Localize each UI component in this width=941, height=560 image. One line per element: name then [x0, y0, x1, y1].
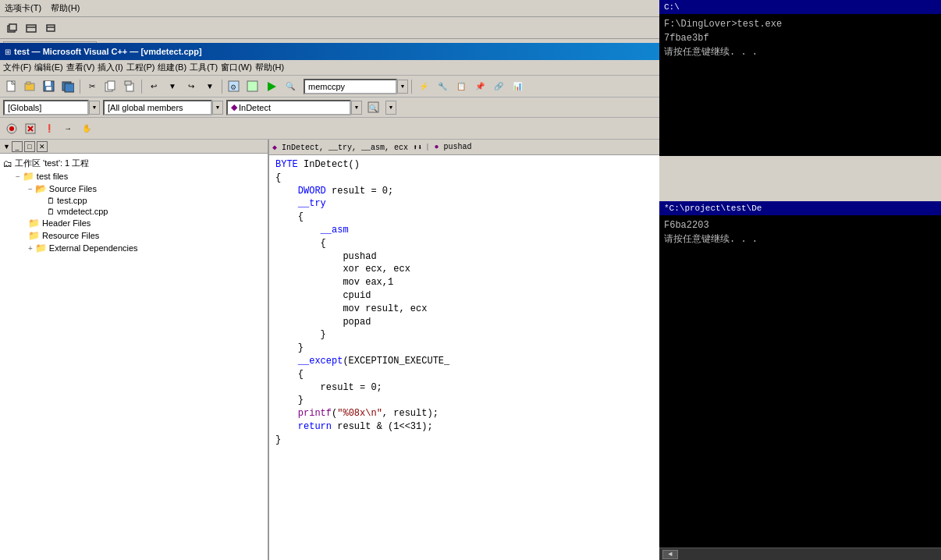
new-btn[interactable]: [3, 79, 20, 94]
vmdetect-icon: 🗒: [47, 207, 55, 216]
globals-combo[interactable]: [Globals]: [3, 100, 89, 115]
compile-btn[interactable]: ⚙: [225, 79, 243, 94]
menu-build[interactable]: 组建(B): [158, 62, 186, 73]
open-btn[interactable]: [22, 79, 39, 94]
code-line-21: return result & (1<<31);: [275, 420, 653, 434]
svg-marker-24: [268, 82, 276, 91]
build-btn[interactable]: [244, 79, 261, 94]
dbg-btn4[interactable]: →: [59, 121, 76, 136]
svg-rect-16: [65, 83, 74, 92]
members-combo[interactable]: [All global members: [103, 100, 212, 115]
function-combo-container: memccpy ▼: [304, 79, 408, 94]
dbg-btn5[interactable]: ✋: [78, 121, 95, 136]
minus-icon: −: [16, 172, 20, 181]
indetect-combo[interactable]: ◆ InDetect: [226, 100, 351, 115]
menu-tools[interactable]: 工具(T): [190, 62, 218, 73]
vmware-menu-tabs[interactable]: 选项卡(T): [5, 2, 41, 14]
cut-btn[interactable]: ✂: [83, 79, 101, 94]
editor-divider: |: [425, 144, 429, 151]
debug4-btn[interactable]: 📌: [471, 79, 488, 94]
separator-2: [141, 80, 142, 94]
toolbar-ico4[interactable]: 🔍: [282, 79, 299, 94]
cmd1-line-3: 请按任意键继续. . .: [664, 45, 936, 59]
editor-function-btn[interactable]: ● pushad: [435, 143, 472, 151]
cmd1-titlebar: C:\: [659, 0, 941, 14]
workspace-item[interactable]: 🗂 工作区 'test': 1 工程: [3, 157, 265, 170]
editor-split-btn[interactable]: ⬆⬇: [413, 143, 422, 152]
undo-arrow[interactable]: ▼: [164, 79, 181, 94]
dbg-btn2[interactable]: [22, 121, 39, 136]
project-item[interactable]: − 📁 test files: [3, 170, 265, 183]
panel-close-btn[interactable]: ✕: [37, 141, 48, 152]
menu-insert[interactable]: 插入(I): [98, 62, 123, 73]
globals-arrow[interactable]: ▼: [89, 101, 100, 115]
resource-files-item[interactable]: 📁 Resource Files: [3, 229, 265, 242]
vmware-toolbar: [0, 17, 659, 39]
svg-rect-18: [108, 81, 115, 90]
debug-btn[interactable]: ⚡: [415, 79, 432, 94]
debug5-btn[interactable]: 🔗: [490, 79, 507, 94]
indetect-value: InDetect: [239, 103, 271, 112]
header-files-item[interactable]: 📁 Header Files: [3, 217, 265, 229]
restore-btn-2[interactable]: [23, 20, 40, 36]
menu-window[interactable]: 窗口(W): [221, 62, 252, 73]
goto-arrow[interactable]: ▼: [385, 101, 396, 115]
cmd-window-2: *C:\project\test\De F6ba2203 请按任意键继续. . …: [659, 201, 941, 560]
copy-btn[interactable]: [102, 79, 119, 94]
editor-toolbar: ◆ InDetect, __try, __asm, ecx ⬆⬇ | ● pus…: [269, 140, 659, 155]
cmd-window-1: C:\ F:\DingLover>test.exe 7fbae3bf 请按任意键…: [659, 0, 941, 156]
file-tree-panel: ▼ _ □ ✕ 🗂 工作区 'test': 1 工程 − 📁 test: [0, 140, 269, 560]
undo-btn[interactable]: ↩: [145, 79, 162, 94]
indetect-arrow[interactable]: ▼: [351, 101, 362, 115]
svg-rect-11: [27, 82, 30, 84]
testcpp-item[interactable]: 🗒 test.cpp: [3, 195, 265, 206]
menu-edit[interactable]: 编辑(E): [34, 62, 63, 73]
menu-help[interactable]: 帮助(H): [255, 62, 284, 73]
source-minus-icon: −: [28, 185, 33, 193]
cmd2-line-1: F6ba2203: [664, 218, 936, 232]
svg-rect-14: [46, 87, 51, 90]
source-folder-icon: 📂: [35, 183, 47, 194]
svg-text:🔍: 🔍: [369, 104, 378, 113]
cmd2-title-label: *C:\project\test\De: [664, 204, 762, 213]
function-name: memccpy: [308, 82, 345, 91]
redo-arrow[interactable]: ▼: [201, 79, 218, 94]
vmware-menu-help[interactable]: 帮助(H): [51, 2, 80, 14]
cmd2-scroll-left[interactable]: ◄: [662, 550, 678, 559]
vmdetect-item[interactable]: 🗒 vmdetect.cpp: [3, 206, 265, 217]
dbg-btn1[interactable]: [3, 121, 20, 136]
save-all-btn[interactable]: [59, 79, 76, 94]
source-files-item[interactable]: − 📂 Source Files: [3, 183, 265, 195]
cmd2-scrollbar[interactable]: ◄: [659, 548, 941, 560]
save-btn[interactable]: [41, 79, 58, 94]
debug2-btn[interactable]: 🔧: [434, 79, 451, 94]
vc-titlebar: ⊞ test — Microsoft Visual C++ — [vmdetec…: [0, 43, 659, 60]
svg-rect-2: [27, 25, 36, 32]
code-editor[interactable]: ◆ InDetect, __try, __asm, ecx ⬆⬇ | ● pus…: [269, 140, 659, 560]
editor-tab-label: ◆ InDetect, __try, __asm, ecx: [272, 143, 408, 152]
testcpp-icon: 🗒: [47, 197, 55, 205]
panel-close[interactable]: ▼: [3, 143, 10, 151]
members-combo-container: [All global members ▼: [103, 100, 223, 115]
vmware-window: 选项卡(T) 帮助(H) W Windows XP2: [0, 0, 659, 560]
function-combo[interactable]: memccpy: [304, 79, 397, 94]
dbg-btn3[interactable]: ❗: [41, 121, 58, 136]
code-line-20: printf("%08x\n", result);: [275, 407, 653, 420]
debug6-btn[interactable]: 📊: [509, 79, 526, 94]
run-btn[interactable]: [263, 79, 280, 94]
redo-btn[interactable]: ↪: [183, 79, 200, 94]
panel-min[interactable]: _: [12, 141, 23, 152]
paste-btn[interactable]: [121, 79, 138, 94]
panel-max[interactable]: □: [24, 141, 35, 152]
menu-view[interactable]: 查看(V): [66, 62, 95, 73]
external-deps-item[interactable]: + 📁 External Dependencies: [3, 242, 265, 254]
menu-file[interactable]: 文件(F): [3, 62, 31, 73]
goto-btn[interactable]: 🔍: [365, 100, 382, 115]
maximize-btn[interactable]: [42, 20, 59, 36]
menu-project[interactable]: 工程(P): [126, 62, 155, 73]
function-combo-arrow[interactable]: ▼: [397, 80, 408, 94]
members-arrow[interactable]: ▼: [212, 101, 223, 115]
testcpp-label: test.cpp: [57, 196, 87, 205]
restore-btn-1[interactable]: [3, 20, 20, 36]
debug3-btn[interactable]: 📋: [453, 79, 470, 94]
